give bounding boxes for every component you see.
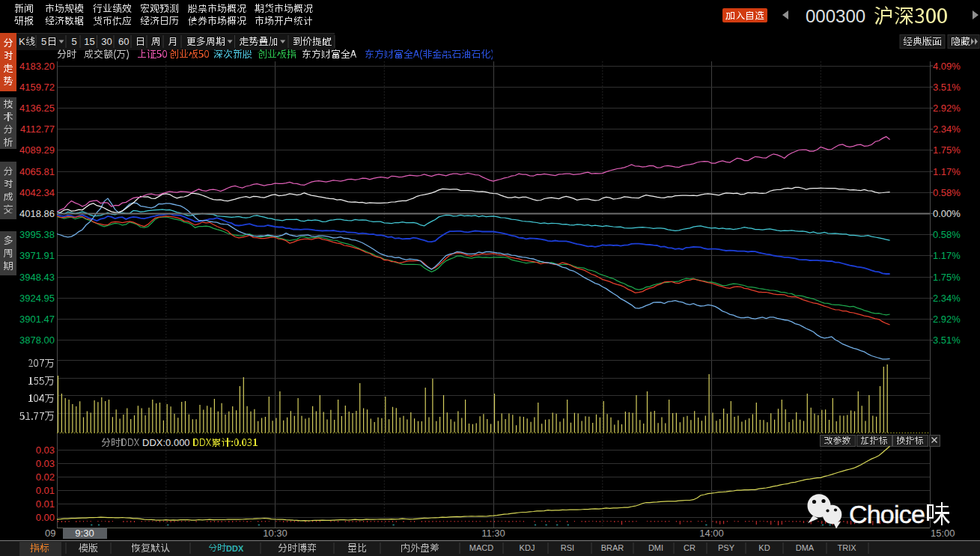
- svg-text:10:30: 10:30: [263, 528, 287, 539]
- svg-text:3.51%: 3.51%: [933, 82, 961, 93]
- svg-text:0.03: 0.03: [36, 458, 55, 469]
- svg-text:0.03: 0.03: [36, 445, 55, 456]
- svg-text:4.09%: 4.09%: [933, 61, 961, 72]
- svg-text:0.58%: 0.58%: [933, 187, 961, 198]
- svg-text:PSY: PSY: [718, 543, 735, 552]
- svg-text:2.34%: 2.34%: [933, 293, 961, 304]
- svg-text:BRAR: BRAR: [601, 543, 624, 552]
- svg-text:1.17%: 1.17%: [933, 166, 961, 177]
- svg-text:3948.43: 3948.43: [19, 272, 55, 283]
- svg-text:K: K: [19, 36, 25, 47]
- svg-text:MACD: MACD: [469, 543, 493, 552]
- svg-text:4183.20: 4183.20: [19, 61, 55, 72]
- svg-text:KD: KD: [758, 543, 770, 552]
- svg-text:3924.95: 3924.95: [19, 293, 55, 304]
- svg-text:4136.25: 4136.25: [19, 103, 55, 114]
- svg-text:15:00: 15:00: [931, 528, 955, 539]
- svg-text:0.00: 0.00: [36, 512, 55, 523]
- svg-text:30: 30: [101, 36, 112, 47]
- svg-text:3995.38: 3995.38: [19, 229, 55, 240]
- svg-text:2.34%: 2.34%: [933, 123, 961, 135]
- svg-text:4089.29: 4089.29: [19, 144, 55, 156]
- svg-text:KDJ: KDJ: [520, 543, 535, 552]
- svg-text:0.00%: 0.00%: [933, 208, 961, 219]
- svg-text:TRIX: TRIX: [837, 543, 856, 552]
- svg-text:14:00: 14:00: [699, 528, 724, 539]
- svg-text:0.01: 0.01: [36, 485, 55, 496]
- svg-text:1.17%: 1.17%: [933, 250, 961, 261]
- svg-text:9:30: 9:30: [75, 528, 94, 539]
- svg-text:2.92%: 2.92%: [933, 103, 961, 114]
- svg-text:0.02: 0.02: [36, 471, 55, 483]
- svg-text:4018.86: 4018.86: [19, 208, 55, 219]
- svg-text:3901.47: 3901.47: [19, 314, 55, 325]
- svg-text:09: 09: [45, 528, 55, 539]
- svg-text:2.92%: 2.92%: [933, 314, 961, 325]
- svg-text:4042.34: 4042.34: [19, 187, 55, 198]
- svg-text:1.75%: 1.75%: [933, 272, 961, 283]
- svg-text:3878.00: 3878.00: [19, 334, 55, 346]
- svg-text:Choice: Choice: [849, 500, 925, 528]
- svg-text:DMI: DMI: [648, 543, 663, 552]
- svg-text:11:30: 11:30: [481, 528, 505, 539]
- svg-text:0.01: 0.01: [36, 498, 55, 510]
- svg-text:DDX: DDX: [226, 544, 244, 553]
- svg-text:DMA: DMA: [796, 543, 815, 552]
- svg-text:60: 60: [118, 36, 129, 47]
- svg-text:000300: 000300: [806, 6, 865, 26]
- svg-text:4159.72: 4159.72: [19, 82, 55, 93]
- svg-text:CR: CR: [684, 543, 696, 552]
- svg-text:15: 15: [84, 36, 94, 47]
- svg-text:RSI: RSI: [561, 543, 574, 552]
- svg-text:4112.77: 4112.77: [20, 123, 55, 135]
- svg-text:0.58%: 0.58%: [933, 229, 961, 240]
- svg-text:1.75%: 1.75%: [933, 144, 961, 156]
- svg-text:5: 5: [41, 36, 46, 47]
- svg-text:3.51%: 3.51%: [933, 334, 961, 346]
- svg-text:3971.91: 3971.91: [19, 250, 55, 261]
- svg-text:4065.81: 4065.81: [19, 166, 55, 177]
- svg-text:5: 5: [71, 36, 76, 47]
- svg-text:DDX:0.000: DDX:0.000: [142, 437, 190, 448]
